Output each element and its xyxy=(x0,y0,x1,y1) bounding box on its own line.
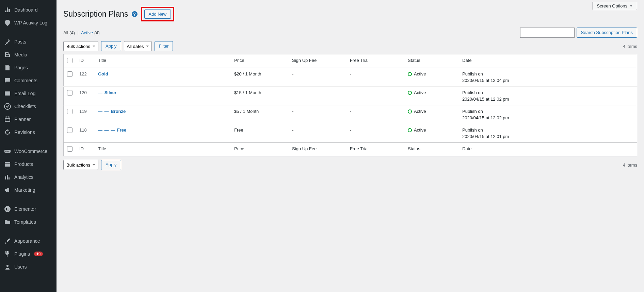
highlight-annotation: Add New xyxy=(141,7,175,21)
col-date[interactable]: Date xyxy=(459,54,637,68)
sidebar-item-label: Products xyxy=(14,161,33,167)
sidebar-item-checklists[interactable]: Checklists xyxy=(0,100,57,113)
row-free-trial: - xyxy=(347,87,404,105)
row-signup-fee: - xyxy=(289,105,347,124)
apply-button-bottom[interactable]: Apply xyxy=(101,160,121,170)
row-status: Active xyxy=(408,90,455,95)
row-price: $15 / 1 Month xyxy=(231,87,289,105)
plug-icon xyxy=(4,251,11,257)
sidebar-item-templates[interactable]: Templates xyxy=(0,216,57,228)
screen-options-button[interactable]: Screen Options ▼ xyxy=(592,2,637,10)
sidebar-item-pages[interactable]: Pages xyxy=(0,61,57,74)
status-filters: All (4) | Active (4) xyxy=(63,30,100,35)
woo-icon: Woo xyxy=(4,148,11,155)
row-checkbox[interactable] xyxy=(67,109,73,114)
row-title-link[interactable]: Bronze xyxy=(111,109,126,114)
row-date: Publish on2020/04/15 at 12:04 pm xyxy=(459,68,637,87)
sidebar-item-label: WP Activity Log xyxy=(14,20,47,25)
row-signup-fee: - xyxy=(289,124,347,143)
sidebar-item-label: Checklists xyxy=(14,104,36,109)
history-icon xyxy=(4,129,11,136)
sidebar-item-wp-activity-log[interactable]: WP Activity Log xyxy=(0,16,57,29)
sidebar-item-planner[interactable]: Planner xyxy=(0,113,57,126)
megaphone-icon xyxy=(4,187,11,193)
filter-all[interactable]: All (4) xyxy=(63,30,75,35)
row-checkbox[interactable] xyxy=(67,127,73,133)
apply-button-top[interactable]: Apply xyxy=(101,41,121,51)
pages-icon xyxy=(4,64,11,71)
row-title-link[interactable]: Free xyxy=(117,127,126,133)
svg-rect-5 xyxy=(7,208,9,208)
row-date: Publish on2020/04/15 at 12:02 pm xyxy=(459,87,637,105)
add-new-button[interactable]: Add New xyxy=(144,10,171,19)
row-title-link[interactable]: Gold xyxy=(98,71,108,76)
bulk-actions-select[interactable]: Bulk actions xyxy=(63,41,98,51)
sidebar-item-woocommerce[interactable]: WooWooCommerce xyxy=(0,145,57,158)
col-trial: Free Trial xyxy=(347,54,404,68)
plans-table: ID Title Price Sign Up Fee Free Trial St… xyxy=(63,54,637,156)
sidebar-item-label: Templates xyxy=(14,219,36,225)
row-hierarchy-prefix: — xyxy=(98,90,104,95)
sidebar-item-media[interactable]: Media xyxy=(0,48,57,61)
table-row: 118 — — — Free Free - - Active Publish o… xyxy=(64,124,637,143)
sidebar-item-label: Appearance xyxy=(14,238,40,244)
sidebar-item-email-log[interactable]: Email Log xyxy=(0,87,57,100)
sidebar-item-label: Plugins xyxy=(14,251,30,257)
col-price: Price xyxy=(231,54,289,68)
row-checkbox[interactable] xyxy=(67,71,73,77)
sidebar-item-elementor[interactable]: Elementor xyxy=(0,203,57,216)
mail-icon xyxy=(4,90,11,97)
sidebar-item-comments[interactable]: Comments xyxy=(0,74,57,87)
select-all-checkbox[interactable] xyxy=(67,58,73,63)
search-button[interactable]: Search Subscription Plans xyxy=(577,28,637,38)
row-checkbox[interactable] xyxy=(67,90,73,96)
comments-icon xyxy=(4,77,11,84)
sidebar-item-products[interactable]: Products xyxy=(0,158,57,171)
table-row: 119 — — Bronze $5 / 1 Month - - Active P… xyxy=(64,105,637,124)
row-id: 118 xyxy=(76,124,95,143)
media-icon xyxy=(4,51,11,58)
search-input[interactable] xyxy=(520,28,575,38)
row-title-link[interactable]: Silver xyxy=(104,90,116,95)
screen-options-label: Screen Options xyxy=(597,3,627,8)
svg-text:Woo: Woo xyxy=(5,150,10,153)
bulk-actions-select-bottom[interactable]: Bulk actions xyxy=(63,160,98,170)
table-row: 120 — Silver $15 / 1 Month - - Active Pu… xyxy=(64,87,637,105)
row-id: 120 xyxy=(76,87,95,105)
sidebar-item-users[interactable]: Users xyxy=(0,260,57,273)
filter-active[interactable]: Active (4) xyxy=(81,30,100,35)
sidebar-item-posts[interactable]: Posts xyxy=(0,35,57,48)
sidebar-item-analytics[interactable]: Analytics xyxy=(0,171,57,184)
col-title[interactable]: Title xyxy=(95,54,231,68)
row-date: Publish on2020/04/15 at 12:01 pm xyxy=(459,124,637,143)
status-active-icon xyxy=(408,109,412,114)
analytics-icon xyxy=(4,174,11,181)
sidebar-item-plugins[interactable]: Plugins19 xyxy=(0,247,57,260)
check-icon xyxy=(4,103,11,110)
row-price: Free xyxy=(231,124,289,143)
status-active-icon xyxy=(408,91,412,95)
sidebar-item-label: Planner xyxy=(14,117,31,122)
col-id: ID xyxy=(76,54,95,68)
date-filter-select[interactable]: All dates xyxy=(124,41,152,51)
svg-point-8 xyxy=(6,265,9,267)
select-all-checkbox-bottom[interactable] xyxy=(67,146,73,152)
sidebar-item-revisions[interactable]: Revisions xyxy=(0,126,57,139)
pin-icon xyxy=(4,38,11,45)
help-icon[interactable]: ? xyxy=(132,11,138,17)
page-title: Subscription Plans xyxy=(63,10,128,19)
row-price: $5 / 1 Month xyxy=(231,105,289,124)
svg-point-0 xyxy=(4,103,11,109)
shield-icon xyxy=(4,19,11,26)
row-hierarchy-prefix: — — — xyxy=(98,127,117,133)
dashboard-icon xyxy=(4,6,11,13)
sidebar-item-marketing[interactable]: Marketing xyxy=(0,184,57,196)
filter-button[interactable]: Filter xyxy=(155,41,173,51)
sidebar-item-dashboard[interactable]: Dashboard xyxy=(0,3,57,16)
elementor-icon xyxy=(4,206,11,212)
sidebar-item-appearance[interactable]: Appearance xyxy=(0,235,57,247)
row-signup-fee: - xyxy=(289,87,347,105)
row-free-trial: - xyxy=(347,105,404,124)
svg-rect-7 xyxy=(7,210,9,210)
sidebar-item-label: Dashboard xyxy=(14,7,38,13)
